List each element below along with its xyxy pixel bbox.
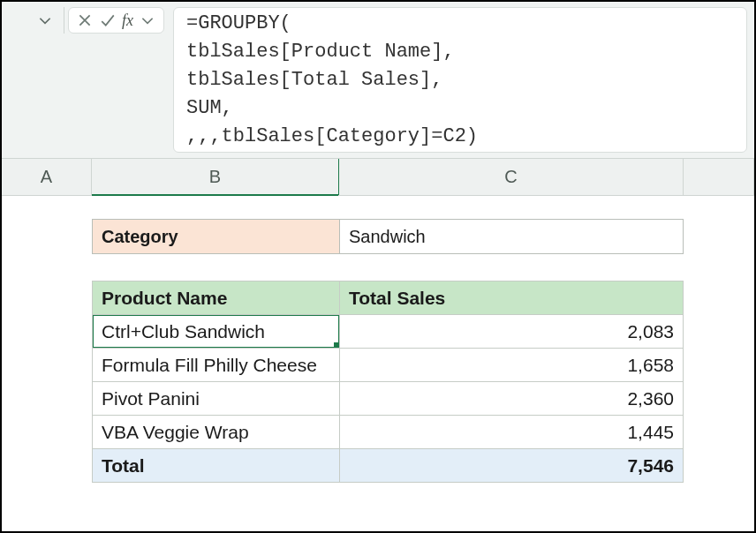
table-header-row: Product Name Total Sales bbox=[93, 282, 684, 315]
header-sales[interactable]: Total Sales bbox=[339, 282, 683, 315]
cancel-button[interactable] bbox=[74, 9, 95, 32]
formula-bar: fx =GROUPBY( tblSales[Product Name], tbl… bbox=[2, 2, 754, 159]
category-label-cell[interactable]: Category bbox=[92, 219, 339, 254]
cell-product[interactable]: Pivot Panini bbox=[93, 382, 340, 416]
fx-label[interactable]: fx bbox=[120, 11, 135, 30]
cell-sales[interactable]: 1,658 bbox=[339, 349, 683, 382]
cell-sales[interactable]: 1,445 bbox=[339, 416, 683, 449]
col-header-b[interactable]: B bbox=[92, 159, 339, 195]
formula-dropdown[interactable] bbox=[137, 9, 158, 32]
chevron-down-icon bbox=[140, 12, 155, 28]
table-row: Pivot Panini 2,360 bbox=[93, 382, 684, 416]
cell-total-value[interactable]: 7,546 bbox=[339, 449, 683, 483]
namebox-dropdown[interactable] bbox=[7, 7, 60, 34]
check-icon bbox=[100, 12, 116, 28]
col-header-rest bbox=[684, 159, 754, 195]
result-table: Product Name Total Sales Ctrl+Club Sandw… bbox=[92, 281, 684, 483]
table-row: Formula Fill Philly Cheese 1,658 bbox=[93, 349, 684, 382]
header-product[interactable]: Product Name bbox=[93, 282, 340, 315]
col-header-a[interactable]: A bbox=[2, 159, 92, 195]
sheet-body: Category Sandwich Product Name Total Sal… bbox=[2, 196, 754, 483]
table-row: VBA Veggie Wrap 1,445 bbox=[93, 416, 684, 449]
divider bbox=[64, 7, 64, 34]
chevron-down-icon bbox=[37, 12, 53, 28]
enter-button[interactable] bbox=[97, 9, 118, 32]
column-headers: A B C bbox=[2, 159, 754, 196]
formula-input[interactable]: =GROUPBY( tblSales[Product Name], tblSal… bbox=[173, 7, 747, 153]
cell-product[interactable]: Ctrl+Club Sandwich bbox=[93, 315, 340, 349]
cell-total-label[interactable]: Total bbox=[93, 449, 340, 483]
cell-sales[interactable]: 2,083 bbox=[339, 315, 683, 349]
table-row: Ctrl+Club Sandwich 2,083 bbox=[93, 315, 684, 349]
category-row: Category Sandwich bbox=[92, 219, 684, 254]
cell-sales[interactable]: 2,360 bbox=[339, 382, 683, 416]
x-icon bbox=[77, 12, 93, 28]
cell-product[interactable]: VBA Veggie Wrap bbox=[93, 416, 340, 449]
table-total-row: Total 7,546 bbox=[93, 449, 684, 483]
formula-buttons: fx bbox=[68, 7, 164, 34]
category-value-cell[interactable]: Sandwich bbox=[339, 219, 684, 254]
cell-product[interactable]: Formula Fill Philly Cheese bbox=[93, 349, 340, 382]
col-header-c[interactable]: C bbox=[339, 159, 684, 195]
